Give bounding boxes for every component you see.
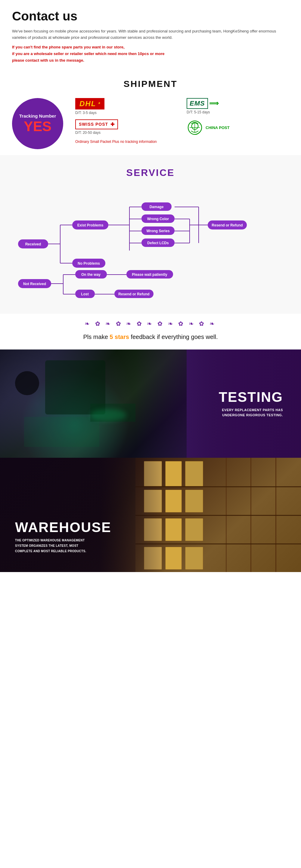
ems-item: EMS ⟹ D/T: 5-15 days	[187, 98, 289, 115]
dhl-logo: DHL	[80, 99, 96, 108]
shipping-logos: DHL ✦ D/T: 3-5 days EMS ⟹ D/T: 5-15 days	[75, 98, 289, 136]
contact-title: Contact us	[12, 9, 289, 24]
feedback-stars: 5 stars	[110, 334, 129, 340]
china-post-item: CHINA POST	[187, 119, 289, 136]
svg-text:Wrong Series: Wrong Series	[146, 229, 170, 233]
svg-text:No Problems: No Problems	[78, 261, 100, 266]
svg-text:Wrong Color: Wrong Color	[147, 217, 169, 221]
warehouse-subtitle: THE OPTIMIZED WAREHOUSE MANAGEMENT SYSTE…	[15, 538, 90, 554]
svg-text:Lost: Lost	[81, 292, 89, 296]
dhl-dt: D/T: 3-5 days	[75, 111, 97, 115]
feedback-before: Pls make	[83, 334, 110, 340]
tracking-label: Tracking Number	[19, 114, 56, 119]
swiss-post-item: SWISS POST ✚ D/T: 20-50 days	[75, 119, 178, 136]
testing-subtitle: EVERY REPLACEMENT PARTS HAS UNDERGONE RI…	[219, 407, 283, 418]
shipment-title: SHIPMENT	[12, 79, 289, 89]
feedback-section: Pls make 5 stars feedback if everything …	[0, 331, 301, 349]
tracking-circle: Tracking Number YES	[12, 98, 63, 149]
warehouse-section: WAREHOUSE THE OPTIMIZED WAREHOUSE MANAGE…	[0, 458, 301, 572]
shipment-section: SHIPMENT Tracking Number YES DHL ✦ D/T: …	[0, 70, 301, 155]
svg-text:Resend or Refund: Resend or Refund	[212, 223, 243, 227]
feedback-after: feedback if everything goes well.	[129, 334, 218, 340]
testing-section: TESTING EVERY REPLACEMENT PARTS HAS UNDE…	[0, 349, 301, 458]
ems-dt: D/T: 5-15 days	[187, 110, 210, 114]
svg-text:Not Received: Not Received	[23, 282, 46, 286]
ornament-divider: ❧ ✿ ❧ ✿ ❧ ✿ ❧ ✿ ❧ ✿ ❧ ✿ ❧	[0, 314, 301, 331]
service-section: SERVICE Received Exist Problems No Probl…	[0, 155, 301, 314]
small-packet-note: Ordinary Small Packet Plus no tracking i…	[75, 140, 289, 144]
svg-text:Exist Problems: Exist Problems	[78, 223, 103, 227]
testing-content: TESTING EVERY REPLACEMENT PARTS HAS UNDE…	[219, 389, 283, 418]
contact-highlight: If you can't find the phone spare parts …	[12, 44, 289, 64]
testing-title: TESTING	[219, 389, 283, 405]
warehouse-title: WAREHOUSE	[15, 519, 111, 535]
china-post-icon	[187, 119, 203, 136]
svg-text:Defect LCDs: Defect LCDs	[147, 241, 169, 245]
warehouse-content: WAREHOUSE THE OPTIMIZED WAREHOUSE MANAGE…	[15, 519, 111, 554]
svg-text:Received: Received	[25, 242, 41, 246]
swiss-dt: D/T: 20-50 days	[75, 130, 100, 135]
contact-body: We've been focusing on mobile phone acce…	[12, 28, 289, 41]
china-post-text: CHINA POST	[206, 125, 230, 130]
ems-logo: EMS	[187, 98, 208, 109]
tracking-yes: YES	[24, 119, 52, 134]
service-flowchart: Received Exist Problems No Problems Dama…	[15, 190, 286, 305]
svg-text:Please wait patiently: Please wait patiently	[132, 273, 168, 277]
svg-text:On the way: On the way	[81, 273, 100, 277]
dhl-item: DHL ✦ D/T: 3-5 days	[75, 98, 178, 115]
svg-text:Resend or Refund: Resend or Refund	[118, 292, 149, 296]
contact-section: Contact us We've been focusing on mobile…	[0, 0, 301, 70]
flowchart-wrapper: Received Exist Problems No Problems Dama…	[12, 190, 289, 305]
svg-text:Damage: Damage	[150, 205, 164, 209]
service-title: SERVICE	[12, 167, 289, 178]
swiss-post-logo: SWISS POST	[79, 122, 108, 127]
